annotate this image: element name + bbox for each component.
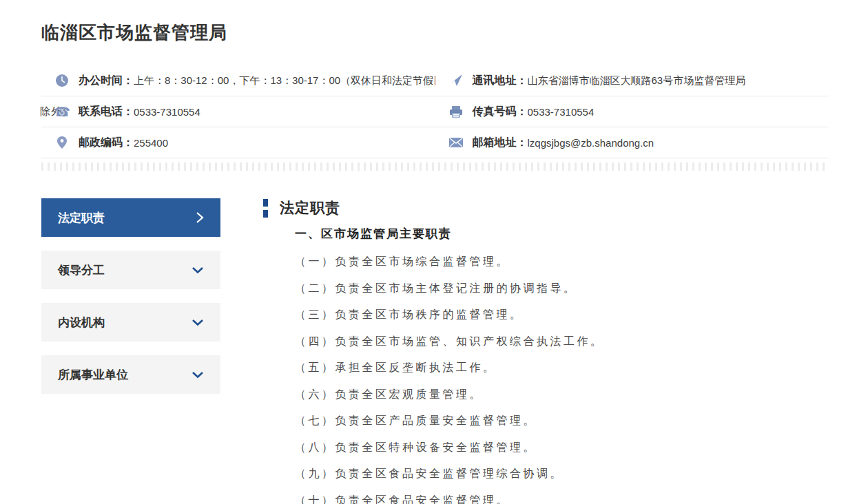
- page-title: 临淄区市场监督管理局: [41, 21, 829, 45]
- duty-item: （一）负责全区市场综合监督管理。: [295, 249, 829, 275]
- postal-code-value: 255400: [134, 137, 168, 149]
- clock-icon: [55, 74, 69, 87]
- duty-item: （三）负责全区市场秩序的监督管理。: [295, 302, 829, 328]
- duty-item: （十）负责全区食品安全监督管理。: [295, 487, 829, 504]
- office-hours-value: 上午：8：30-12：00，下午：13：30-17：00（双休日和法定节假日: [134, 74, 435, 87]
- chevron-right-icon: [196, 211, 204, 224]
- sidebar-item-label: 内设机构: [58, 315, 105, 330]
- address-label: 通讯地址：: [473, 74, 528, 88]
- paper-plane-icon: [449, 74, 463, 87]
- duty-item: （九）负责全区食品安全监督管理综合协调。: [295, 461, 829, 487]
- sidebar-item-label: 领导分工: [58, 262, 105, 278]
- phone-icon: ☎: [55, 105, 69, 118]
- email-value: lzqgsjbgs@zb.shandong.cn: [528, 137, 654, 149]
- office-hours-cell: 办公时间： 上午：8：30-12：00，下午：13：30-17：00（双休日和法…: [41, 65, 435, 96]
- email-label: 邮箱地址：: [473, 136, 528, 150]
- dashed-divider: [41, 162, 829, 171]
- fax-cell: 传真号码： 0533-7310554: [435, 96, 829, 127]
- page-container: 临淄区市场监督管理局 办公时间： 上午：8：30-12：00，下午：13：30-…: [0, 21, 868, 504]
- chevron-down-icon: [192, 371, 204, 379]
- phone-cell: 除外） ☎ 联系电话： 0533-7310554: [41, 96, 435, 127]
- address-cell: 通讯地址： 山东省淄博市临淄区大顺路63号市场监督管理局: [435, 65, 829, 96]
- phone-label: 联系电话：: [79, 105, 134, 119]
- sidebar-item-label: 所属事业单位: [58, 367, 128, 383]
- chevron-down-icon: [192, 266, 204, 274]
- postal-code-cell: 邮政编码： 255400: [41, 127, 435, 158]
- location-pin-icon: [55, 136, 69, 149]
- contact-info-table: 办公时间： 上午：8：30-12：00，下午：13：30-17：00（双休日和法…: [41, 65, 829, 158]
- sidebar-item-legal-duties[interactable]: 法定职责: [41, 198, 220, 237]
- duty-item: （七）负责全区产品质量安全监督管理。: [295, 408, 829, 434]
- chevron-down-icon: [192, 319, 204, 326]
- duty-item: （五）承担全区反垄断执法工作。: [295, 355, 829, 381]
- sidebar-menu: 法定职责 领导分工 内设机构: [41, 198, 220, 504]
- sidebar-item-leadership[interactable]: 领导分工: [41, 251, 220, 289]
- office-hours-label: 办公时间：: [79, 74, 134, 88]
- section-marker-icon: [263, 199, 268, 218]
- sidebar-item-label: 法定职责: [58, 210, 105, 226]
- envelope-icon: [449, 136, 463, 149]
- info-row-1: 办公时间： 上午：8：30-12：00，下午：13：30-17：00（双休日和法…: [41, 65, 829, 96]
- section-title: 法定职责: [280, 198, 340, 218]
- duty-item: （二）负责全区市场主体登记注册的协调指导。: [295, 275, 829, 302]
- fax-label: 传真号码：: [473, 105, 528, 119]
- duties-list: （一）负责全区市场综合监督管理。（二）负责全区市场主体登记注册的协调指导。（三）…: [295, 249, 829, 504]
- phone-value: 0533-7310554: [134, 106, 200, 118]
- main-content: 法定职责 一、区市场监管局主要职责 （一）负责全区市场综合监督管理。（二）负责全…: [263, 198, 829, 504]
- info-row-2: 除外） ☎ 联系电话： 0533-7310554 传真号码: [41, 96, 829, 127]
- info-row-3: 邮政编码： 255400 邮箱地址： lzqgsjbgs@zb.shandong…: [41, 127, 829, 158]
- address-value: 山东省淄博市临淄区大顺路63号市场监督管理局: [528, 74, 746, 87]
- lower-section: 法定职责 领导分工 内设机构: [41, 198, 829, 504]
- duty-item: （八）负责全区特种设备安全监督管理。: [295, 434, 829, 461]
- section-subtitle: 一、区市场监管局主要职责: [295, 226, 829, 242]
- fax-icon: [449, 105, 463, 118]
- fax-value: 0533-7310554: [528, 106, 595, 118]
- duty-item: （六）负责全区宏观质量管理。: [295, 381, 829, 408]
- sidebar-item-internal-orgs[interactable]: 内设机构: [41, 303, 220, 342]
- postal-code-label: 邮政编码：: [79, 136, 134, 150]
- sidebar-item-subordinate-units[interactable]: 所属事业单位: [41, 355, 220, 394]
- section-header: 法定职责: [263, 198, 829, 218]
- email-cell: 邮箱地址： lzqgsjbgs@zb.shandong.cn: [435, 127, 829, 158]
- duty-item: （四）负责全区市场监管、知识产权综合执法工作。: [295, 328, 829, 355]
